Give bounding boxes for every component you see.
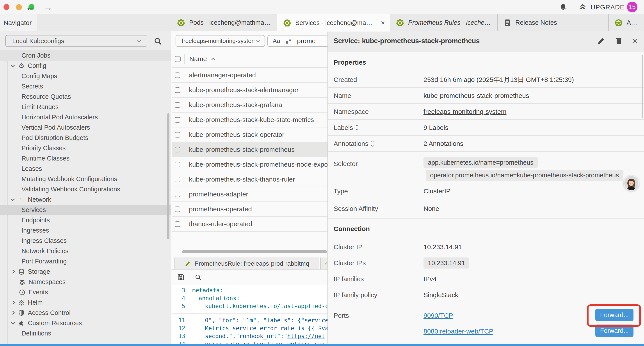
sidebar-item-secrets[interactable]: Secrets [0,81,171,91]
editor-search-icon[interactable] [194,274,202,281]
sidebar-item-mutating-webhook-configurations[interactable]: Mutating Webhook Configurations [0,174,171,184]
row-checkbox[interactable] [175,132,180,137]
sidebar-item-resource-quotas[interactable]: Resource Quotas [0,91,171,102]
tab-services[interactable]: Services - icecheng@math... × [277,14,390,31]
table-row[interactable]: prometheus-adapter [172,187,328,202]
sidebar-item-events[interactable]: Events [0,287,171,297]
minimize-window-button[interactable] [16,4,22,10]
table-row[interactable]: kube-prometheus-stack-thanos-ruler [172,172,328,187]
sidebar-scrollbar[interactable] [167,113,170,239]
row-checkbox[interactable] [175,207,180,212]
tab-prometheus-rules[interactable]: Prometheus Rules - icecheng... [390,14,498,31]
forward-button[interactable]: → [43,1,52,13]
navigator-panel-tab[interactable]: Navigator [0,14,37,31]
chevron-down-icon[interactable] [11,320,15,324]
chevron-down-icon[interactable] [11,197,15,201]
row-checkbox[interactable] [175,102,180,108]
row-checkbox[interactable] [175,162,180,167]
name-column-header[interactable]: Name [190,55,207,63]
sidebar-item-horizontal-pod-autoscalers[interactable]: Horizontal Pod Autoscalers [0,112,171,122]
table-row[interactable]: alertmanager-operated [172,68,328,83]
match-case-icon[interactable]: Aa [273,37,280,44]
sidebar-item-port-forwarding[interactable]: Port Forwarding [0,256,171,267]
sidebar-item-ingresses[interactable]: Ingresses [0,225,171,236]
row-checkbox[interactable] [175,192,180,197]
table-row[interactable]: kube-prometheus-stack-operator [172,127,328,142]
row-checkbox[interactable] [175,117,180,123]
close-panel-icon[interactable]: × [632,36,638,46]
tab-argo[interactable]: Argo Se [609,14,644,31]
table-row[interactable]: kube-prometheus-stack-kube-state-metrics [172,113,328,127]
table-row-selected[interactable]: kube-prometheus-stack-prometheus [172,142,328,157]
row-checkbox[interactable] [175,177,180,182]
sidebar-group-helm[interactable]: Helm [0,297,171,308]
editor-tab-partial[interactable] [320,258,328,269]
tab-release-notes[interactable]: Release Notes [498,14,609,31]
notification-count-badge[interactable]: 15 [627,2,638,12]
namespace-selector[interactable]: freeleaps-monitoring-system [176,35,265,47]
sidebar-item-limit-ranges[interactable]: Limit Ranges [0,102,171,112]
filter-input[interactable]: Aa * prome [268,35,328,47]
table-row[interactable]: prometheus-operated [172,202,328,217]
sidebar-item-definitions[interactable]: Definitions [0,328,171,339]
tab-pods[interactable]: Pods - icecheng@mathmas... [171,14,277,31]
chevron-right-icon[interactable] [11,311,15,315]
namespace-link[interactable]: freeleaps-monitoring-system [424,108,506,115]
table-row[interactable]: kube-prometheus-stack-alertmanager [172,83,328,98]
sidebar-item-endpoints[interactable]: Endpoints [0,215,171,225]
sidebar-item-cron-jobs[interactable]: Cron Jobs [0,50,171,61]
table-row[interactable]: kube-prometheus-stack-grafana [172,98,328,113]
sidebar-item-runtime-classes[interactable]: Runtime Classes [0,153,171,164]
sidebar-item-config-maps[interactable]: Config Maps [0,71,171,81]
close-window-button[interactable] [4,4,10,10]
chevron-down-icon[interactable] [11,63,15,67]
table-row[interactable]: thanos-ruler-operated [172,217,328,232]
sidebar-group-config[interactable]: ⚙ Config [0,61,171,71]
regex-icon[interactable]: * [286,37,291,45]
delete-trash-icon[interactable] [615,37,623,45]
sidebar-search-icon[interactable] [154,37,162,45]
detail-panel-scrollbar[interactable] [642,55,643,118]
row-checkbox[interactable] [175,147,180,152]
port-link-9090[interactable]: 9090/TCP [424,312,453,319]
expand-collapse-icon[interactable] [356,125,358,130]
close-tab-icon[interactable]: × [378,19,385,27]
sidebar-group-storage[interactable]: Storage [0,267,171,277]
notifications-bell-icon[interactable] [559,3,567,11]
sidebar-item-namespaces[interactable]: Namespaces [0,277,171,287]
edit-pencil-icon[interactable] [597,37,605,45]
kubeconfig-selector[interactable]: Local Kubeconfigs [5,35,147,47]
back-button[interactable]: ← [26,1,35,13]
sidebar-item-vertical-pod-autoscalers[interactable]: Vertical Pod Autoscalers [0,122,171,133]
assistant-avatar[interactable] [624,175,639,191]
chevron-right-icon[interactable] [11,301,15,304]
tree-item-label: Ingresses [22,227,49,234]
chevron-right-icon[interactable] [11,270,15,274]
select-all-checkbox[interactable] [175,56,180,62]
save-icon[interactable] [177,273,185,281]
sidebar-group-custom-resources[interactable]: Custom Resources [0,318,171,328]
horizontal-scrollbar[interactable] [182,250,327,253]
sidebar-group-access-control[interactable]: Access Control [0,308,171,318]
expand-collapse-icon[interactable] [371,141,374,146]
sidebar-item-services[interactable]: Services [0,205,171,215]
row-checkbox[interactable] [175,87,180,93]
sidebar-item-validating-webhook-configurations[interactable]: Validating Webhook Configurations [0,184,171,194]
sidebar-item-network-policies[interactable]: Network Policies [0,246,171,256]
row-checkbox[interactable] [175,72,180,78]
sidebar-group-network[interactable]: ↑↓ Network [0,194,171,205]
editor-tab-prometheusrule[interactable]: PrometheusRule: freeleaps-prod-rabbitmq [174,258,319,269]
sidebar-item-leases[interactable]: Leases [0,164,171,174]
sidebar-item-priority-classes[interactable]: Priority Classes [0,143,171,153]
selector-chip[interactable]: operator.prometheus.io/name=kube-prometh… [426,170,624,181]
sidebar-item-ingress-classes[interactable]: Ingress Classes [0,236,171,246]
row-checkbox[interactable] [175,221,180,227]
table-row[interactable]: kube-prometheus-stack-prometheus-node-ex… [172,157,328,172]
upgrade-button[interactable]: UPGRADE [578,3,624,11]
sort-ascending-icon[interactable] [211,58,215,62]
selector-chip[interactable]: app.kubernetes.io/name=prometheus [424,157,538,168]
port-link-8080[interactable]: 8080:reloader-web/TCP [424,328,494,335]
sidebar-item-pod-disruption-budgets[interactable]: Pod Disruption Budgets [0,133,171,143]
runbook-url-link[interactable]: https://net [287,333,325,340]
yaml-editor[interactable]: 11 0", "for": "1m", "labels": {"service"… [172,285,328,346]
